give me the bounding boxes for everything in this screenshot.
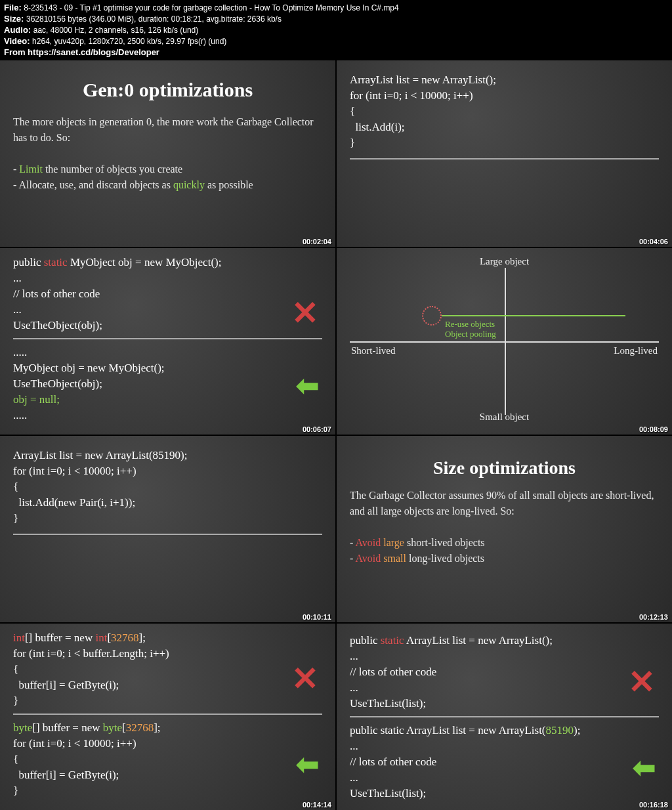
audio-value: aac, 48000 Hz, 2 channels, s16, 126 kb/s…	[33, 26, 199, 35]
thumb-4: Large object Small object Short-lived Lo…	[337, 248, 672, 435]
bullet-1: - Avoid large short-lived objects	[350, 535, 659, 551]
thumb-1: Gen:0 optimizations The more objects in …	[0, 60, 335, 247]
divider	[13, 338, 322, 339]
code-top: public static ArrayList list = new Array…	[350, 633, 659, 711]
right-icon: ⬅	[296, 370, 319, 402]
timestamp: 00:06:07	[303, 425, 331, 433]
dotted-circle	[422, 306, 442, 326]
timestamp: 00:02:04	[303, 238, 331, 245]
bullet-2: - Allocate, use, and discard objects as …	[13, 177, 322, 193]
thumb-8: public static ArrayList list = new Array…	[337, 624, 672, 810]
divider	[13, 534, 322, 535]
bullet-1: - Limit the number of objects you create	[13, 161, 322, 177]
video-label: Video:	[4, 36, 32, 46]
horizontal-axis	[350, 341, 659, 343]
file-label: File:	[4, 3, 24, 12]
thumbnail-grid: Gen:0 optimizations The more objects in …	[0, 60, 672, 810]
intro-text: The Garbage Collector assumes 90% of all…	[350, 488, 659, 519]
from-line: From https://sanet.cd/blogs/Developer	[4, 47, 668, 58]
wrong-icon: ✕	[291, 294, 319, 332]
code-block: ArrayList list = new ArrayList(); for (i…	[350, 72, 659, 150]
right-icon: ⬅	[296, 748, 319, 780]
audio-label: Audio:	[4, 25, 33, 35]
divider	[350, 716, 659, 717]
timestamp: 00:14:14	[303, 801, 331, 809]
timestamp: 00:04:06	[639, 238, 668, 245]
timestamp: 00:10:11	[303, 613, 331, 621]
file-info-header: File: 8-235143 - 09 - Tip #1 optimise yo…	[0, 0, 672, 60]
code-top: int[] buffer = new int[32768]; for (int …	[13, 630, 322, 708]
axis-right-label: Long-lived	[614, 345, 658, 356]
timestamp: 00:12:13	[639, 613, 668, 621]
thumb-2: ArrayList list = new ArrayList(); for (i…	[337, 60, 672, 247]
wrong-icon: ✕	[291, 660, 319, 698]
right-icon: ⬅	[633, 752, 656, 784]
code-bot: public static ArrayList list = new Array…	[350, 723, 659, 801]
slide-title: Size optimizations	[350, 458, 659, 479]
slide-body: The more objects in generation 0, the mo…	[13, 114, 322, 193]
timestamp: 00:16:18	[639, 801, 668, 809]
thumb-7: int[] buffer = new int[32768]; for (int …	[0, 624, 335, 810]
thumb-3: public static MyObject obj = new MyObjec…	[0, 248, 335, 435]
code-bot: byte[] buffer = new byte[32768]; for (in…	[13, 720, 322, 798]
thumb-6: Size optimizations The Garbage Collector…	[337, 436, 672, 622]
timestamp: 00:08:09	[639, 425, 668, 433]
code-bot: ..... MyObject obj = new MyObject(); Use…	[13, 345, 322, 423]
slide-title: Gen:0 optimizations	[13, 79, 322, 101]
divider	[350, 158, 659, 160]
slide-body: The Garbage Collector assumes 90% of all…	[350, 488, 659, 566]
code-top: public static MyObject obj = new MyObjec…	[13, 255, 322, 333]
thumb-5: ArrayList list = new ArrayList(85190); f…	[0, 436, 335, 622]
size-label: Size:	[4, 14, 26, 24]
axis-top-label: Large object	[480, 256, 529, 267]
intro-text: The more objects in generation 0, the mo…	[13, 114, 322, 146]
divider	[13, 714, 322, 715]
bullet-2: - Avoid small long-lived objects	[350, 551, 659, 566]
size-value: 362810156 bytes (346.00 MiB), duration: …	[26, 14, 282, 24]
green-arrow	[442, 315, 625, 316]
file-value: 8-235143 - 09 - Tip #1 optimise your cod…	[24, 3, 398, 12]
annotation-2: Object pooling	[445, 329, 496, 339]
wrong-icon: ✕	[628, 663, 656, 701]
axis-bottom-label: Small object	[480, 412, 529, 423]
video-value: h264, yuv420p, 1280x720, 2500 kb/s, 29.9…	[32, 37, 226, 46]
axis-left-label: Short-lived	[351, 345, 396, 356]
annotation-1: Re-use objects	[445, 319, 495, 330]
code-block: ArrayList list = new ArrayList(85190); f…	[13, 448, 322, 526]
